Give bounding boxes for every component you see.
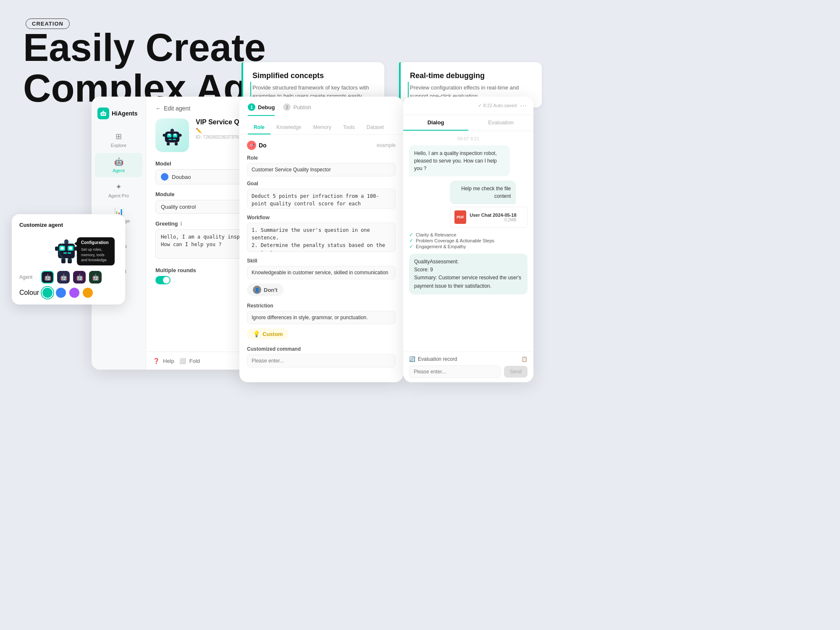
- check-icon-2: ✓: [409, 238, 413, 244]
- fold-icon: ⬜: [179, 358, 186, 364]
- do-icon: 🎯: [247, 141, 256, 150]
- debug-panel: ✓ 8:22 Auto-saved ⋯ Dialog Evaluation 09…: [403, 97, 533, 382]
- example-link[interactable]: example: [377, 142, 396, 148]
- eval-record-label: 🔄 Evaluation record: [409, 356, 457, 362]
- colour-option-3[interactable]: [69, 288, 79, 298]
- eval-record-save-icon[interactable]: 📋: [521, 356, 528, 362]
- file-info: User Chat 2024-05-18 0.2MB: [470, 213, 516, 222]
- goal-textarea[interactable]: [247, 189, 396, 209]
- chat-input-row: Send: [409, 365, 528, 378]
- role-tabs: Role Knowledge Memory Tools Dataset: [248, 121, 395, 134]
- tab-evaluation[interactable]: Evaluation: [468, 115, 533, 131]
- svg-point-13: [179, 134, 182, 137]
- autosaved-text: ✓ 8:22 Auto-saved: [478, 103, 517, 108]
- custom-badge: 💡 Custom: [247, 328, 289, 339]
- sidebar-agentpro-label: Agent Pro: [108, 193, 129, 198]
- check-label-3: Engagement & Empathy: [416, 244, 466, 249]
- check-item-2: ✓ Problem Coverage & Actionable Steps: [409, 238, 528, 244]
- file-size: 0.2MB: [470, 218, 516, 222]
- sidebar-item-explore[interactable]: ⊞ Explore: [95, 128, 142, 152]
- svg-rect-9: [171, 129, 174, 132]
- help-icon: ❓: [153, 358, 160, 364]
- tab-role[interactable]: Role: [248, 121, 270, 134]
- logo-icon: [97, 108, 109, 119]
- back-arrow-icon: ←: [155, 105, 161, 112]
- eval-record-icon: 🔄: [409, 356, 415, 362]
- skill-field-label: Skill: [247, 258, 396, 264]
- debug-panel-header: ✓ 8:22 Auto-saved ⋯: [403, 97, 533, 115]
- more-options-icon[interactable]: ⋯: [520, 102, 527, 110]
- help-nav-item[interactable]: ❓ Help: [153, 358, 174, 364]
- user-message: Help me check the file content: [450, 181, 516, 204]
- customize-title: Customize agent: [19, 222, 118, 228]
- svg-rect-15: [175, 142, 178, 145]
- sidebar-item-agent[interactable]: 🤖 Agent: [95, 153, 142, 177]
- agent-avatar: [155, 118, 189, 152]
- step2-num: 2: [283, 103, 291, 111]
- tab-knowledge[interactable]: Knowledge: [270, 121, 307, 134]
- result-message: QualityAssessment: Score: 9 Summary: Cus…: [409, 254, 528, 294]
- step1-label: Debug: [258, 104, 275, 110]
- customized-cmd-input[interactable]: [247, 354, 396, 368]
- colour-option-2[interactable]: [56, 288, 66, 298]
- svg-rect-14: [167, 142, 170, 145]
- agent-option-2[interactable]: 🤖: [57, 271, 70, 284]
- check-icon-1: ✓: [409, 232, 413, 238]
- colour-option-4[interactable]: [83, 288, 93, 298]
- customize-agent-card: Customize agent: [12, 214, 125, 304]
- step1-num: 1: [248, 103, 255, 111]
- svg-rect-27: [68, 258, 72, 263]
- tab-dialog[interactable]: Dialog: [403, 115, 468, 131]
- do-section: 🎯 Do example: [247, 141, 396, 150]
- custom-icon: 💡: [253, 331, 260, 337]
- colour-row-label: Colour: [19, 289, 39, 297]
- role-input[interactable]: [247, 163, 396, 176]
- svg-rect-8: [173, 139, 176, 140]
- step-debug-tab[interactable]: 1 Debug: [248, 103, 275, 116]
- workflow-textarea[interactable]: [247, 223, 396, 252]
- role-field-label: Role: [247, 155, 396, 161]
- svg-rect-0: [100, 112, 106, 116]
- send-button[interactable]: Send: [504, 366, 528, 378]
- chat-body: 09-07 8:21 Hello, I am a quality inspect…: [403, 131, 533, 370]
- fold-label: Fold: [189, 358, 200, 364]
- restriction-input[interactable]: [247, 311, 396, 324]
- sidebar-item-agent-pro[interactable]: ✦ Agent Pro: [95, 178, 142, 202]
- colour-option-1[interactable]: [42, 288, 52, 298]
- svg-point-20: [69, 247, 72, 250]
- svg-point-1: [102, 113, 103, 115]
- dont-icon: 👤: [253, 286, 261, 294]
- step-publish-tab[interactable]: 2 Publish: [283, 103, 311, 116]
- tab-memory[interactable]: Memory: [307, 121, 337, 134]
- pdf-icon: PDF: [454, 210, 466, 224]
- sidebar-explore-label: Explore: [111, 143, 126, 148]
- autosaved-status: ✓ 8:22 Auto-saved ⋯: [478, 102, 527, 110]
- editor-header: 1 Debug 2 Publish Role Knowledge Memory …: [239, 97, 403, 135]
- tab-dataset[interactable]: Dataset: [361, 121, 390, 134]
- chat-input[interactable]: [409, 365, 501, 378]
- restriction-field-label: Restriction: [247, 303, 396, 309]
- customized-cmd-label: Customized command: [247, 346, 396, 352]
- check-label-1: Clarity & Relevance: [416, 232, 457, 237]
- agent-option-4[interactable]: 🤖: [89, 271, 102, 284]
- tab-tools[interactable]: Tools: [337, 121, 361, 134]
- agent-option-1[interactable]: 🤖: [41, 271, 54, 284]
- check-list: ✓ Clarity & Relevance ✓ Problem Coverage…: [409, 232, 528, 249]
- agent-pro-icon: ✦: [116, 182, 122, 192]
- svg-rect-7: [168, 139, 171, 140]
- goal-field-label: Goal: [247, 181, 396, 186]
- check-label-2: Problem Coverage & Actionable Steps: [416, 238, 494, 243]
- edit-name-icon[interactable]: ✏️: [196, 128, 202, 134]
- file-name: User Chat 2024-05-18: [470, 213, 516, 218]
- multiple-rounds-toggle[interactable]: [155, 276, 171, 284]
- svg-point-19: [60, 247, 64, 250]
- step2-label: Publish: [293, 104, 311, 110]
- bot-message: Hello, I am a quality inspection robot, …: [409, 145, 510, 176]
- fold-nav-item[interactable]: ⬜ Fold: [179, 358, 200, 364]
- debug-footer: 🔄 Evaluation record 📋 Send: [403, 352, 533, 382]
- agent-option-3[interactable]: 🤖: [73, 271, 86, 284]
- skill-input[interactable]: [247, 266, 396, 279]
- do-badge: 🎯 Do: [247, 141, 267, 150]
- svg-rect-23: [63, 252, 67, 254]
- editor-body: 🎯 Do example Role Goal Workflow Skill 👤 …: [239, 135, 403, 378]
